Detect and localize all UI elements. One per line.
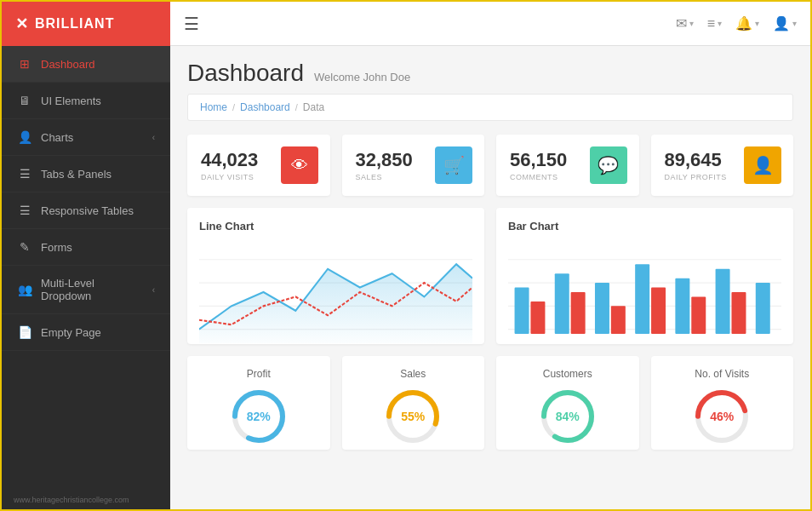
stat-label: DAILY PROFITS <box>665 173 727 181</box>
donut-title: Sales <box>400 368 426 380</box>
stat-label: DAILY VISITS <box>201 173 258 181</box>
top-navigation: ☰ ✉▾≡▾🔔▾👤▾ <box>170 2 810 46</box>
charts-icon: 👤 <box>17 130 32 144</box>
menu-toggle-button[interactable]: ☰ <box>184 14 199 34</box>
stat-number: 89,645 <box>665 149 727 171</box>
sidebar-item-charts[interactable]: 👤 Charts ‹ <box>2 119 170 156</box>
ui-elements-label: UI Elements <box>41 95 155 107</box>
stat-label: COMMENTS <box>510 173 567 181</box>
charts-row: Line Chart <box>187 208 793 344</box>
multi-level-label: Multi-Level Dropdown <box>41 277 144 302</box>
tabs-panels-label: Tabs & Panels <box>41 168 155 181</box>
logo-text: BRILLIANT <box>35 16 114 32</box>
stat-label: SALES <box>356 173 413 181</box>
donut-wrap: 82% <box>229 387 289 446</box>
empty-page-icon: 📄 <box>17 325 32 339</box>
line-chart-title: Line Chart <box>199 220 472 233</box>
dashboard-label: Dashboard <box>41 58 155 71</box>
sidebar-item-tabs-panels[interactable]: ☰ Tabs & Panels <box>2 156 170 192</box>
stat-card-sales: 32,850 SALES 🛒 <box>342 135 485 196</box>
breadcrumb-home[interactable]: Home <box>200 101 227 113</box>
donut-title: Profit <box>247 368 271 380</box>
line-chart-card: Line Chart <box>187 208 484 344</box>
line-chart-svg <box>199 241 472 343</box>
donut-row: Profit 82% Sales 55% Customers <box>187 356 793 450</box>
topnav-user-button[interactable]: 👤▾ <box>773 15 797 32</box>
sidebar-item-responsive-tables[interactable]: ☰ Responsive Tables <box>2 192 170 229</box>
breadcrumb-dashboard[interactable]: Dashboard <box>240 101 290 113</box>
svg-rect-16 <box>675 278 689 334</box>
stat-info: 56,150 COMMENTS <box>510 149 567 181</box>
donut-wrap: 84% <box>538 387 598 446</box>
svg-rect-17 <box>691 296 706 334</box>
donut-wrap: 55% <box>383 387 443 446</box>
svg-rect-12 <box>595 283 609 334</box>
sidebar-item-ui-elements[interactable]: 🖥 UI Elements <box>2 83 170 119</box>
sidebar-logo[interactable]: ✕ BRILLIANT <box>2 2 170 46</box>
svg-rect-9 <box>530 301 545 334</box>
bar-chart-card: Bar Chart <box>496 208 793 344</box>
donut-card-sales: Sales 55% <box>342 356 485 450</box>
donut-card-profit: Profit 82% <box>187 356 330 450</box>
breadcrumb-data: Data <box>303 101 324 113</box>
stat-info: 44,023 DAILY VISITS <box>201 149 258 181</box>
stat-icon: 💬 <box>598 155 619 175</box>
svg-rect-18 <box>716 269 730 334</box>
stat-icon-box: 💬 <box>590 146 627 184</box>
sidebar-item-dashboard[interactable]: ⊞ Dashboard <box>2 46 170 83</box>
page-header: Dashboard Welcome John Doe <box>187 60 793 87</box>
bell-caret: ▾ <box>755 19 759 28</box>
stat-card-daily-visits: 44,023 DAILY VISITS 👁 <box>187 135 330 196</box>
ui-elements-icon: 🖥 <box>17 94 32 107</box>
donut-card-no.-of-visits: No. of Visits 46% <box>651 356 794 450</box>
sidebar-footer: www.heritagechristiancollege.com <box>2 487 170 511</box>
user-caret: ▾ <box>792 19 797 28</box>
empty-page-label: Empty Page <box>41 326 155 339</box>
donut-percent: 55% <box>401 410 425 423</box>
topnav-bell-button[interactable]: 🔔▾ <box>735 15 759 32</box>
svg-rect-11 <box>571 292 586 334</box>
donut-percent: 82% <box>247 410 271 423</box>
donut-percent: 84% <box>556 410 580 423</box>
stat-info: 89,645 DAILY PROFITS <box>665 149 727 181</box>
svg-rect-20 <box>756 283 770 334</box>
email-icon: ✉ <box>676 15 687 32</box>
charts-label: Charts <box>41 131 144 144</box>
tabs-panels-icon: ☰ <box>17 167 32 181</box>
stat-icon-box: 🛒 <box>435 146 472 184</box>
breadcrumb: Home / Dashboard / Data <box>187 94 793 121</box>
donut-wrap: 46% <box>692 387 752 446</box>
donut-percent: 46% <box>710 410 734 423</box>
forms-label: Forms <box>41 241 155 254</box>
bar-chart-svg <box>508 241 781 343</box>
bar-chart-title: Bar Chart <box>508 220 781 233</box>
topnav-list-button[interactable]: ≡▾ <box>707 16 722 32</box>
donut-title: Customers <box>543 368 592 380</box>
svg-rect-8 <box>515 288 529 335</box>
topnav-right: ✉▾≡▾🔔▾👤▾ <box>676 15 797 32</box>
sidebar-item-empty-page[interactable]: 📄 Empty Page <box>2 314 170 351</box>
sidebar-item-forms[interactable]: ✎ Forms <box>2 229 170 266</box>
stat-number: 32,850 <box>356 149 413 171</box>
list-caret: ▾ <box>718 19 722 28</box>
stat-number: 44,023 <box>201 149 258 171</box>
donut-card-customers: Customers 84% <box>496 356 639 450</box>
email-caret: ▾ <box>689 19 694 28</box>
stat-info: 32,850 SALES <box>356 149 413 181</box>
charts-arrow: ‹ <box>152 133 155 142</box>
svg-rect-13 <box>611 306 626 334</box>
user-icon: 👤 <box>773 15 790 32</box>
responsive-tables-label: Responsive Tables <box>41 204 155 217</box>
topnav-email-button[interactable]: ✉▾ <box>676 15 694 32</box>
sidebar-item-multi-level[interactable]: 👥 Multi-Level Dropdown ‹ <box>2 266 170 314</box>
svg-rect-15 <box>651 288 666 335</box>
stat-icon: 👁 <box>291 156 308 175</box>
stat-icon-box: 👤 <box>744 146 781 184</box>
dashboard-icon: ⊞ <box>17 57 32 71</box>
multi-level-icon: 👥 <box>17 283 32 296</box>
stat-icon: 🛒 <box>443 155 465 175</box>
svg-rect-10 <box>555 273 569 334</box>
stat-card-daily-profits: 89,645 DAILY PROFITS 👤 <box>651 135 794 196</box>
stats-row: 44,023 DAILY VISITS 👁 32,850 SALES 🛒 56,… <box>187 135 793 196</box>
sidebar-navigation: ⊞ Dashboard 🖥 UI Elements 👤 Charts ‹ ☰ T… <box>2 46 170 487</box>
